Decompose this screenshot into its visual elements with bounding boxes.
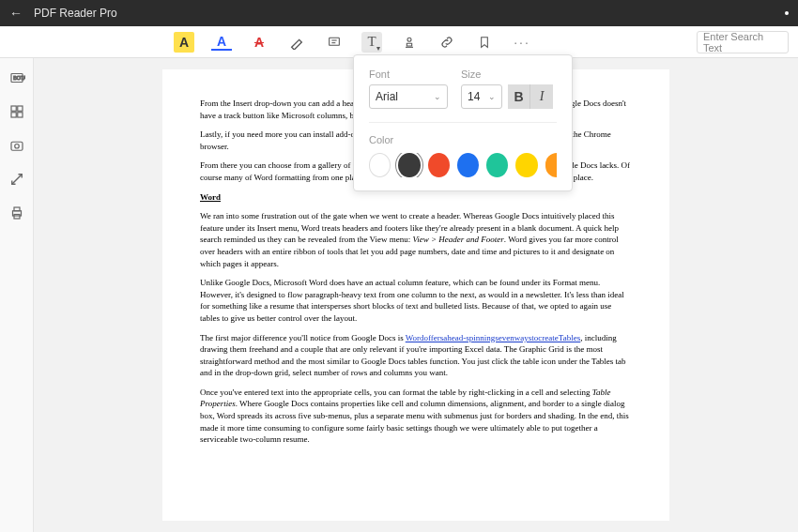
svg-point-3 [407,38,411,41]
size-label: Size [461,68,553,80]
color-swatch-blue[interactable] [457,153,479,177]
paragraph: The first major difference you'll notice… [200,332,632,379]
link-tool[interactable] [437,32,457,53]
color-swatch-yellow[interactable] [515,153,537,177]
font-label: Font [369,68,448,80]
svg-rect-9 [11,113,16,117]
note-tool[interactable] [324,32,345,53]
svg-rect-7 [11,106,16,111]
color-swatch-white[interactable] [369,153,391,177]
expand-icon[interactable] [8,171,25,188]
color-swatch-black[interactable] [398,153,420,177]
svg-rect-10 [17,113,22,117]
font-select[interactable]: Arial ⌄ [369,84,448,109]
svg-rect-15 [14,215,20,220]
bold-button[interactable]: B [508,84,530,109]
chevron-down-icon: ⌄ [434,92,441,101]
svg-rect-14 [14,207,20,211]
paragraph: Once you've entered text into the approp… [200,387,632,446]
stamp-tool[interactable] [399,32,420,53]
color-swatch-orange[interactable] [545,153,557,177]
svg-rect-8 [17,106,22,111]
underline-tool[interactable]: A [211,34,232,51]
color-swatches [369,153,557,177]
grid-view-icon[interactable] [8,103,25,120]
titlebar: ← PDF Reader Pro [0,0,798,26]
print-icon[interactable] [8,205,25,221]
ink-tool[interactable] [286,32,307,53]
thumbnail-panel-icon[interactable]: BOTA [8,69,25,86]
more-tool[interactable]: ··· [512,32,532,53]
font-value: Arial [376,90,398,103]
svg-rect-11 [11,142,23,150]
main-toolbar: A A A T▾ ··· Enter Search Text [0,26,798,58]
chevron-down-icon: ⌄ [488,92,496,101]
color-label: Color [369,134,557,145]
color-swatch-teal[interactable] [486,153,508,177]
size-value: 14 [468,90,480,103]
svg-point-12 [14,144,19,149]
svg-rect-0 [330,38,340,45]
app-title: PDF Reader Pro [34,7,117,20]
color-swatch-red[interactable] [428,153,450,177]
back-button[interactable]: ← [9,6,23,21]
size-select[interactable]: 14 ⌄ [461,84,502,109]
snapshot-icon[interactable] [8,137,25,154]
bookmark-tool[interactable] [474,32,495,53]
paragraph: We ran into some frustration out of the … [200,210,632,269]
highlight-tool[interactable]: A [174,32,194,53]
paragraph: Unlike Google Docs, Microsoft Word does … [200,277,632,324]
doc-link[interactable]: Wordoffersahead-spinningsevenwaystocreat… [406,333,580,342]
text-format-popup: Font Arial ⌄ Size 14 ⌄ B I Color [353,54,573,191]
svg-text:BOTA: BOTA [13,75,25,81]
italic-button[interactable]: I [530,84,553,109]
section-heading: Word [200,191,632,204]
strikethrough-tool[interactable]: A [249,32,269,53]
search-placeholder: Enter Search Text [703,31,782,53]
left-sidebar: BOTA [0,58,34,532]
search-input[interactable]: Enter Search Text [697,31,789,53]
titlebar-dot [785,11,789,15]
text-tool[interactable]: T▾ [361,32,382,53]
